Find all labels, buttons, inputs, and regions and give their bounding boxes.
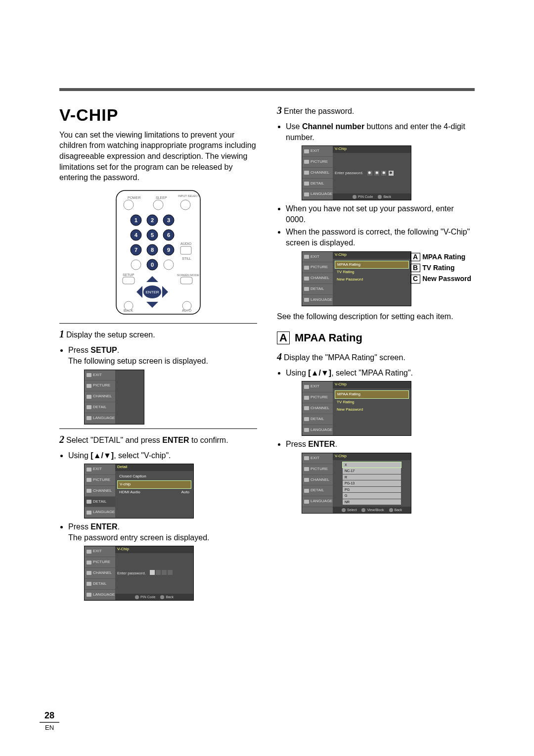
svg-point-2: [153, 200, 163, 210]
subsection-a-title: A MPAA Rating: [277, 331, 475, 345]
exit-icon: [87, 373, 91, 377]
callout-c: CNew Password: [410, 273, 499, 284]
svg-rect-30: [123, 277, 134, 284]
callout-a: AMPAA Rating: [410, 251, 499, 262]
section-intro: You can set the viewing limitations to p…: [59, 130, 257, 183]
top-rule: [59, 88, 475, 91]
svg-point-28: [164, 260, 174, 270]
svg-rect-32: [180, 277, 192, 284]
svg-point-1: [124, 200, 134, 210]
osd-vchip-menu-with-callouts: EXIT PICTURE CHANNEL DETAIL LANGUAGE V-C…: [302, 251, 475, 306]
svg-text:7: 7: [134, 247, 137, 253]
svg-point-40: [124, 301, 133, 310]
svg-point-27: [131, 260, 141, 270]
detail-icon: [87, 405, 91, 409]
step2-bullet1: Using [▲/▼], select "V-chip".: [68, 450, 257, 461]
left-column: V-CHIP You can set the viewing limitatio…: [59, 104, 257, 604]
svg-text:6: 6: [167, 232, 170, 238]
remote-label-input: INPUT SELECT: [178, 194, 199, 197]
svg-rect-25: [180, 246, 191, 254]
osd-password-filled: EXIT PICTURE CHANNEL DETAIL LANGUAGE V-C…: [302, 145, 411, 200]
svg-text:2: 2: [151, 217, 154, 223]
osd-mpaa-ratings: EXIT PICTURE CHANNEL DETAIL LANGUAGE V-C…: [302, 453, 411, 514]
osd-detail-menu: EXIT PICTURE CHANNEL DETAIL LANGUAGE Det…: [84, 464, 194, 519]
osd-vchip-select-mpaa: EXIT PICTURE CHANNEL DETAIL LANGUAGE V-C…: [302, 381, 411, 436]
divider: [59, 323, 257, 324]
svg-point-3: [180, 200, 190, 210]
remote-control-illustration: POWER SLEEP INPUT SELECT 123: [114, 188, 203, 320]
svg-point-42: [182, 301, 191, 310]
step4-bullet2: Press ENTER.: [286, 439, 475, 450]
svg-text:SETUP: SETUP: [123, 273, 134, 277]
step1-bullet1: Press SETUP. The following setup screen …: [68, 345, 257, 366]
step-3: 3Enter the password.: [277, 104, 475, 117]
callout-b: BTV Rating: [410, 262, 499, 273]
osd-password-blank: EXIT PICTURE CHANNEL DETAIL LANGUAGE V-C…: [84, 546, 194, 601]
svg-text:AUDIO: AUDIO: [180, 242, 192, 245]
step3-bullet1: Use Channel number buttons and enter the…: [286, 121, 475, 142]
step-4: 4Display the "MPAA Rating" screen.: [277, 350, 475, 364]
step4-bullet1: Using [▲/▼], select "MPAA Rating".: [286, 368, 475, 378]
channel-icon: [87, 395, 91, 399]
divider: [59, 428, 257, 429]
page-number: 28 EN: [40, 710, 59, 731]
step2-bullet2: Press ENTER.The password entry screen is…: [68, 521, 257, 543]
step3-note-a: When you have not set up your password, …: [286, 203, 475, 225]
remote-label-power: POWER: [128, 196, 140, 199]
svg-text:8: 8: [151, 247, 154, 253]
svg-text:3: 3: [167, 217, 170, 223]
svg-text:9: 9: [167, 247, 170, 253]
svg-text:STILL: STILL: [182, 257, 191, 260]
svg-text:ENTER: ENTER: [145, 290, 159, 294]
picture-icon: [87, 384, 91, 388]
osd-setup-blank: EXIT PICTURE CHANNEL DETAIL LANGUAGE: [84, 370, 144, 425]
step3-note-b: When the password is correct, the follow…: [286, 227, 475, 248]
step-2: 2Select "DETAIL" and press ENTER to conf…: [59, 433, 257, 446]
svg-text:SCREEN MODE: SCREEN MODE: [177, 274, 199, 277]
step3-endnote: See the following description for settin…: [277, 311, 475, 322]
section-title: V-CHIP: [59, 104, 257, 127]
svg-text:1: 1: [134, 217, 137, 223]
step-1: 1Display the setup screen.: [59, 328, 257, 341]
svg-text:5: 5: [151, 232, 154, 238]
svg-text:4: 4: [134, 232, 138, 238]
language-icon: [87, 416, 91, 420]
svg-text:0: 0: [151, 262, 154, 268]
right-column: 3Enter the password. Use Channel number …: [277, 104, 475, 604]
remote-label-sleep: SLEEP: [156, 196, 167, 199]
